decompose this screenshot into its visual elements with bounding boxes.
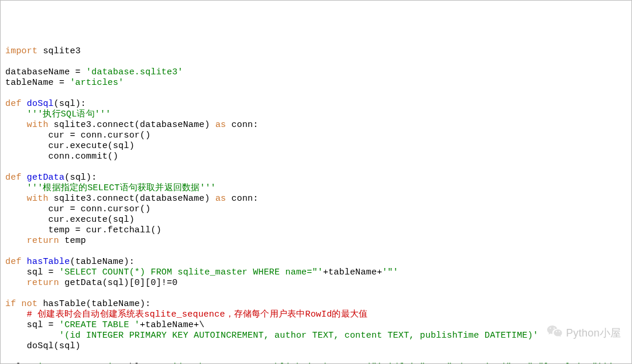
- code-line: doSql(sql): [5, 341, 627, 352]
- code-line: cur = conn.cursor(): [5, 131, 627, 141]
- watermark-text: Python小屋: [566, 327, 621, 340]
- code-line: return temp: [5, 236, 627, 246]
- code-line: '''根据指定的SELECT语句获取并返回数据''': [5, 183, 627, 194]
- code-line: temp = cur.fetchall(): [5, 225, 627, 236]
- code-line: cur.execute(sql): [5, 141, 627, 152]
- code-line: databaseName = 'database.sqlite3': [5, 67, 627, 78]
- code-block: import sqlite3 databaseName = 'database.…: [5, 46, 627, 364]
- code-line: sql = 'CREATE TABLE '+tableName+\: [5, 320, 627, 331]
- code-line: if not hasTable(tableName):: [5, 299, 627, 310]
- code-line: [5, 88, 627, 99]
- code-line: [5, 246, 627, 257]
- code-line: sql = 'SELECT COUNT(*) FROM sqlite_maste…: [5, 267, 627, 278]
- code-line: import sqlite3: [5, 46, 627, 57]
- code-line: [5, 289, 627, 299]
- code-line: # 创建表时会自动创建系统表sqlite_sequence，存储每个用户表中Ro…: [5, 310, 627, 320]
- code-line: tableName = 'articles': [5, 78, 627, 88]
- code-line: cur = conn.cursor(): [5, 204, 627, 215]
- code-line: def hasTable(tableName):: [5, 257, 627, 267]
- code-line: def getData(sql):: [5, 173, 627, 183]
- code-line: with sqlite3.connect(databaseName) as co…: [5, 120, 627, 131]
- code-line: '''执行SQL语句''': [5, 109, 627, 120]
- code-line: [5, 352, 627, 362]
- code-line: [5, 162, 627, 173]
- code-line: [5, 57, 627, 67]
- code-line: '(id INTEGER PRIMARY KEY AUTOINCREMENT, …: [5, 331, 627, 341]
- wechat-icon: [535, 313, 563, 354]
- watermark: Python小屋: [535, 313, 621, 354]
- code-line: with sqlite3.connect(databaseName) as co…: [5, 194, 627, 204]
- code-line: return getData(sql)[0][0]!=0: [5, 278, 627, 289]
- code-line: conn.commit(): [5, 152, 627, 162]
- code-line: cur.execute(sql): [5, 215, 627, 225]
- code-line: def doSql(sql):: [5, 99, 627, 109]
